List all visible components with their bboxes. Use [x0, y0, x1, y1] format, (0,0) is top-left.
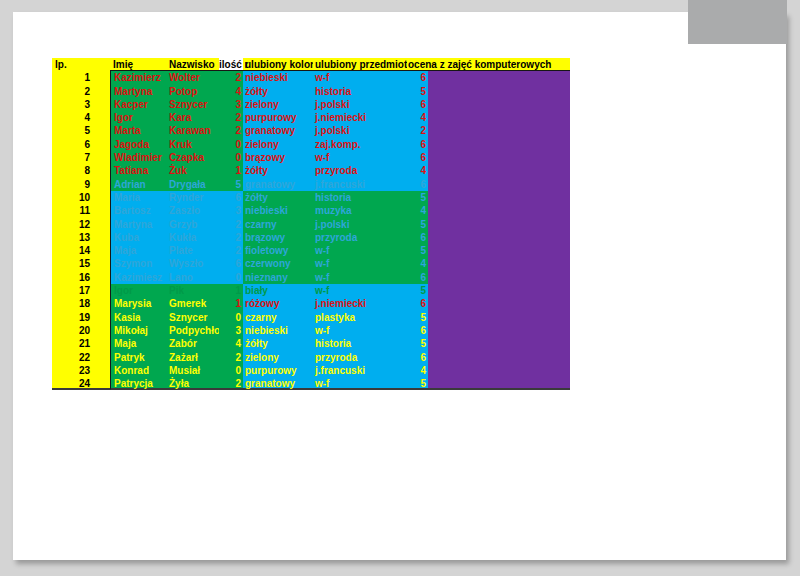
cell-nazwisko: Kukła: [167, 231, 219, 244]
cell-przedmiot: w-f: [313, 377, 407, 390]
cell-nazwisko: Sznycer: [167, 98, 219, 111]
cell-nazwisko: Zabór: [167, 337, 219, 350]
cell-nazwisko: Żyła: [167, 377, 219, 390]
cell-nazwisko: Kara: [167, 111, 219, 124]
cell-imie: Patryk: [110, 351, 167, 364]
cell-imie: Bartosz: [110, 204, 167, 217]
cell-nazwisko: Czapka: [167, 151, 219, 164]
cell-ocena: 5: [407, 377, 428, 390]
cell-kolor: niebieski: [243, 204, 313, 217]
cell-ilosc: 2: [219, 377, 243, 390]
cell-lp: 10: [52, 191, 110, 204]
cell-imie: Konrad: [110, 364, 167, 377]
cell-ocena: 6: [407, 231, 428, 244]
cell-imie: Marysia: [110, 297, 167, 310]
cell-ocena: 4: [407, 204, 428, 217]
cell-extra: [428, 311, 570, 324]
cell-imie: Marta: [110, 124, 167, 137]
cell-extra: [428, 191, 570, 204]
cell-ocena: 4: [407, 164, 428, 177]
cell-lp: 5: [52, 124, 110, 137]
cell-ocena: 5: [407, 311, 428, 324]
cell-ocena: 6: [407, 178, 428, 191]
header-ocena: ocena z zajęć komputerowych: [407, 58, 570, 71]
cell-imie: Martyna: [110, 85, 167, 98]
cell-przedmiot: historia: [313, 85, 407, 98]
cell-ocena: 6: [407, 151, 428, 164]
cell-extra: [428, 85, 570, 98]
cell-ocena: 5: [407, 218, 428, 231]
document-page: lp. Imię Nazwisko ilość r ulubiony kolor…: [13, 12, 786, 560]
cell-przedmiot: przyroda: [313, 164, 407, 177]
cell-przedmiot: plastyka: [313, 311, 407, 324]
cell-ilosc: 1: [219, 284, 243, 297]
cell-kolor: purpurowy: [243, 111, 313, 124]
cell-lp: 6: [52, 138, 110, 151]
cell-przedmiot: historia: [313, 337, 407, 350]
cell-kolor: czarny: [243, 218, 313, 231]
cell-lp: 11: [52, 204, 110, 217]
cell-przedmiot: przyroda: [313, 231, 407, 244]
cell-ocena: 6: [407, 324, 428, 337]
cell-ocena: 4: [407, 257, 428, 270]
cell-kolor: żółty: [243, 85, 313, 98]
cell-przedmiot: w-f: [313, 244, 407, 257]
cell-kolor: brązowy: [243, 151, 313, 164]
cell-nazwisko: Wyszło: [167, 257, 219, 270]
cell-lp: 14: [52, 244, 110, 257]
cell-ocena: 5: [407, 284, 428, 297]
cell-imie: Adrian: [110, 178, 167, 191]
cell-nazwisko: Potop: [167, 85, 219, 98]
cell-imie: Patrycja: [110, 377, 167, 390]
cell-imie: Wladimier: [110, 151, 167, 164]
cell-imie: Igor: [110, 111, 167, 124]
cell-lp: 22: [52, 351, 110, 364]
cell-lp: 16: [52, 271, 110, 284]
cell-przedmiot: w-f: [313, 284, 407, 297]
cell-extra: [428, 98, 570, 111]
cell-lp: 20: [52, 324, 110, 337]
cell-extra: [428, 257, 570, 270]
cell-imie: Maria: [110, 191, 167, 204]
cell-extra: [428, 218, 570, 231]
cell-ilosc: 6: [219, 191, 243, 204]
cell-nazwisko: Kruk: [167, 138, 219, 151]
cell-lp: 8: [52, 164, 110, 177]
cell-imie: Martyna: [110, 218, 167, 231]
cell-lp: 18: [52, 297, 110, 310]
cell-kolor: purpurowy: [243, 364, 313, 377]
cell-lp: 13: [52, 231, 110, 244]
header-kolor: ulubiony kolor: [243, 58, 313, 71]
cell-lp: 1: [52, 71, 110, 84]
cell-kolor: żółty: [243, 337, 313, 350]
cell-ocena: 6: [407, 71, 428, 84]
cell-przedmiot: w-f: [313, 257, 407, 270]
preview-canvas: lp. Imię Nazwisko ilość r ulubiony kolor…: [0, 0, 800, 576]
cell-kolor: granatowy: [243, 178, 313, 191]
cell-ilosc: 3: [219, 204, 243, 217]
cell-ilosc: 1: [219, 164, 243, 177]
cell-ocena: 4: [407, 364, 428, 377]
cell-ocena: 5: [407, 191, 428, 204]
cell-extra: [428, 231, 570, 244]
cell-extra: [428, 71, 570, 84]
cell-lp: 21: [52, 337, 110, 350]
cell-kolor: niebieski: [243, 324, 313, 337]
cell-przedmiot: j.polski: [313, 218, 407, 231]
cell-ilosc: 2: [219, 124, 243, 137]
cell-imie: Kuba: [110, 231, 167, 244]
cell-ocena: 6: [407, 271, 428, 284]
cell-extra: [428, 324, 570, 337]
cell-kolor: niebieski: [243, 71, 313, 84]
cell-imie: Kasia: [110, 311, 167, 324]
cell-ilosc: 4: [219, 85, 243, 98]
cell-lp: 3: [52, 98, 110, 111]
cell-przedmiot: j.niemiecki: [313, 297, 407, 310]
cell-lp: 12: [52, 218, 110, 231]
cell-nazwisko: Grzyb: [167, 218, 219, 231]
header-nazwisko: Nazwisko: [167, 58, 219, 71]
cell-lp: 24: [52, 377, 110, 390]
cell-ilosc: 1: [219, 297, 243, 310]
cell-nazwisko: Wolter: [167, 71, 219, 84]
cell-nazwisko: Gmerek: [167, 297, 219, 310]
